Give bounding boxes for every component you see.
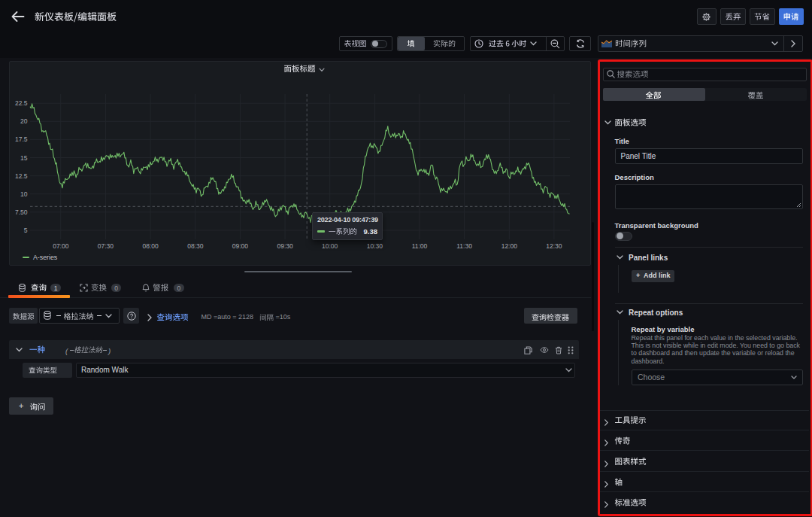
svg-text:22.5: 22.5 [15,99,28,107]
svg-text:20: 20 [20,117,28,125]
svg-text:12.5: 12.5 [15,172,28,180]
svg-text:17.5: 17.5 [15,135,28,143]
svg-text:07:00: 07:00 [53,242,69,250]
svg-text:10:00: 10:00 [322,242,338,250]
svg-text:08:00: 08:00 [142,242,159,250]
svg-text:15: 15 [20,154,28,162]
svg-text:11:30: 11:30 [456,242,472,250]
svg-text:09:00: 09:00 [232,242,249,250]
svg-text:12:30: 12:30 [546,242,562,250]
svg-text:7.50: 7.50 [15,208,28,216]
svg-text:07:30: 07:30 [98,242,114,250]
svg-text:09:30: 09:30 [277,242,293,250]
svg-text:12:00: 12:00 [501,242,518,250]
svg-text:08:30: 08:30 [187,242,204,250]
svg-text:5: 5 [24,227,28,234]
svg-text:10: 10 [20,190,28,198]
svg-text:11:00: 11:00 [412,242,428,250]
svg-text:10:30: 10:30 [367,242,383,250]
